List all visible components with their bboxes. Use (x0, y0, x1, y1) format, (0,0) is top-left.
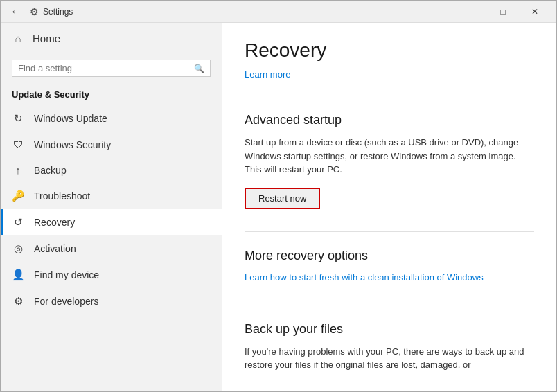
advanced-startup-desc: Start up from a device or disc (such as … (245, 136, 534, 177)
sidebar-section-title: Update & Security (1, 85, 222, 105)
sidebar-item-label: Windows Security (34, 139, 111, 150)
sidebar-item-label: Backup (34, 165, 67, 176)
advanced-startup-title: Advanced startup (245, 113, 534, 127)
sidebar-home-label: Home (33, 33, 60, 44)
app-body: ⌂ Home 🔍 Update & Security ↻ Windows Upd… (1, 23, 556, 392)
search-icon[interactable]: 🔍 (194, 64, 204, 73)
close-button[interactable]: ✕ (519, 1, 551, 23)
learn-more-link[interactable]: Learn more (245, 69, 290, 80)
search-box[interactable]: 🔍 (12, 60, 211, 77)
circle-icon: ◎ (12, 242, 24, 255)
shield-icon: 🛡 (12, 139, 24, 150)
upload-icon: ↑ (12, 164, 24, 176)
key-icon: 🔑 (12, 190, 24, 202)
sidebar-item-label: Troubleshoot (34, 190, 90, 202)
sidebar-item-activation[interactable]: ◎ Activation (1, 235, 222, 262)
app-icon: ⚙ (30, 6, 39, 17)
maximize-button[interactable]: □ (487, 1, 519, 23)
sidebar-item-home[interactable]: ⌂ Home (1, 23, 222, 54)
back-up-desc: If you're having problems with your PC, … (245, 345, 534, 372)
sidebar-item-backup[interactable]: ↑ Backup (1, 157, 222, 183)
sidebar-item-windows-update[interactable]: ↻ Windows Update (1, 105, 222, 132)
refresh-icon: ↻ (12, 112, 24, 125)
sidebar-item-label: Find my device (34, 269, 99, 280)
sidebar-item-label: Recovery (34, 217, 75, 228)
sidebar-item-label: Windows Update (34, 113, 107, 124)
home-icon: ⌂ (12, 33, 24, 44)
person-icon: 👤 (12, 269, 24, 281)
minimize-button[interactable]: — (455, 1, 487, 23)
back-up-title: Back up your files (245, 322, 534, 337)
divider-2 (245, 305, 534, 305)
back-button[interactable]: ← (6, 2, 26, 21)
sidebar-item-find-my-device[interactable]: 👤 Find my device (1, 262, 222, 288)
gear-icon: ⚙ (12, 295, 24, 308)
window-controls: — □ ✕ (455, 1, 551, 23)
titlebar: ← ⚙ Settings — □ ✕ (1, 1, 556, 23)
divider-1 (245, 231, 534, 232)
more-recovery-title: More recovery options (245, 249, 534, 263)
sidebar-item-for-developers[interactable]: ⚙ For developers (1, 288, 222, 314)
sidebar: ⌂ Home 🔍 Update & Security ↻ Windows Upd… (1, 23, 222, 392)
sidebar-item-label: For developers (34, 296, 98, 307)
titlebar-title: Settings (43, 7, 455, 17)
clean-install-link[interactable]: Learn how to start fresh with a clean in… (245, 272, 484, 283)
sidebar-item-windows-security[interactable]: 🛡 Windows Security (1, 132, 222, 157)
page-title: Recovery (245, 39, 534, 62)
main-content: Recovery Learn more Advanced startup Sta… (222, 23, 556, 392)
sidebar-item-troubleshoot[interactable]: 🔑 Troubleshoot (1, 183, 222, 209)
search-input[interactable] (18, 63, 194, 73)
sidebar-item-recovery[interactable]: ↺ Recovery (1, 209, 222, 235)
restart-now-button[interactable]: Restart now (245, 188, 320, 209)
recovery-icon: ↺ (12, 216, 24, 229)
sidebar-item-label: Activation (34, 243, 76, 254)
